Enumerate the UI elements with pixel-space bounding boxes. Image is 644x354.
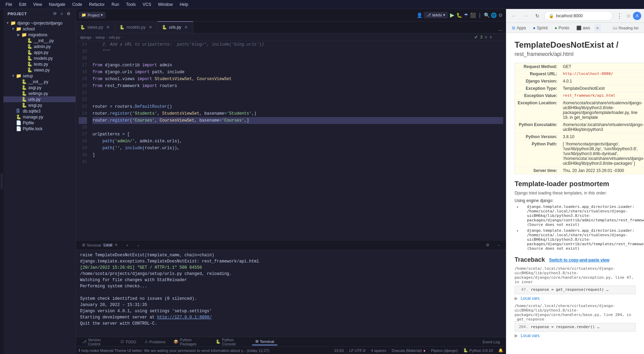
bottom-tab-event-log[interactable]: Event Log bbox=[479, 339, 503, 345]
menu-view[interactable]: View bbox=[30, 1, 45, 8]
check-caret-up[interactable]: ∧ bbox=[485, 35, 487, 39]
bookmark-sprint[interactable]: ● Sprint bbox=[530, 25, 550, 31]
browser-back-button[interactable]: ← bbox=[509, 11, 519, 21]
explorer-icon-collapse[interactable]: ≡ bbox=[59, 11, 65, 17]
status-theme[interactable]: Dracula (Material) ● bbox=[392, 348, 426, 353]
tree-item-admin[interactable]: 🐍 admin.py bbox=[3, 44, 76, 49]
status-notifications[interactable]: 🔔 bbox=[498, 348, 503, 353]
browser-icon[interactable]: 🌐 bbox=[491, 12, 496, 18]
terminal-minimize-icon[interactable]: − bbox=[494, 242, 503, 248]
bottom-tab-problems[interactable]: ⚠ Problems bbox=[141, 338, 169, 345]
table-value: http://localhost:8000/ bbox=[560, 70, 644, 78]
code-editor[interactable]: 14 15 16 17 18 19 20 21 22 23 24 25 26 2… bbox=[76, 41, 506, 240]
menu-navigate[interactable]: Navigate bbox=[46, 1, 68, 8]
code-content[interactable]: 2. Add a URL to urlpatterns: path('blog/… bbox=[90, 41, 506, 240]
project-dropdown[interactable]: 📁 Project ▾ bbox=[79, 12, 106, 18]
traceback-copy-link[interactable]: Switch to copy-and-paste view bbox=[549, 258, 609, 262]
search-icon[interactable]: 🔍 bbox=[484, 12, 489, 18]
browser-forward-button[interactable]: → bbox=[521, 11, 530, 21]
tree-item-asgi[interactable]: 🐍 asgi.py bbox=[3, 85, 76, 90]
bookmark-aws[interactable]: ⬛ aws bbox=[574, 25, 593, 31]
tab-options-icon[interactable]: ⋯ bbox=[498, 28, 503, 33]
menu-run[interactable]: Run bbox=[109, 1, 122, 8]
menu-vcs[interactable]: VCS bbox=[140, 1, 154, 8]
tree-item-school[interactable]: ▼ 📁 school bbox=[3, 26, 76, 32]
bookmark-apps[interactable]: ⊞ Apps bbox=[509, 25, 529, 31]
bookmark-star-icon[interactable]: ☆ bbox=[626, 13, 631, 19]
tree-item-apps[interactable]: 🐍 apps.py bbox=[3, 49, 76, 55]
tree-item-dunder-init[interactable]: 🐍 __init__.py bbox=[3, 38, 76, 44]
tree-item-db[interactable]: 🗄 db.sqlite3 bbox=[3, 108, 76, 114]
menu-edit[interactable]: Edit bbox=[16, 1, 29, 8]
bookmark-ponto[interactable]: ● Ponto bbox=[552, 25, 572, 31]
tab-close-icon[interactable]: ✕ bbox=[105, 25, 111, 30]
status-encoding[interactable]: LF UTF-8 bbox=[349, 348, 365, 353]
terminal-tab-add[interactable]: + bbox=[123, 242, 131, 248]
bookmarks-more-button[interactable]: » bbox=[594, 25, 601, 31]
tree-item-pipfile-lock[interactable]: 📄 Pipfile.lock bbox=[3, 126, 76, 132]
code-line-31 bbox=[92, 159, 503, 165]
reading-list-button[interactable]: 📖 Reading list bbox=[610, 25, 641, 31]
browser-profile-avatar[interactable]: A bbox=[633, 12, 641, 20]
tree-item-manage[interactable]: 🐍 manage.py bbox=[3, 114, 76, 120]
tab-views-py[interactable]: 🐍 views.py ✕ bbox=[76, 21, 115, 33]
tree-item-setup-init[interactable]: 🐍 __init__.py bbox=[3, 79, 76, 85]
tab-close-icon[interactable]: ✕ bbox=[148, 25, 153, 30]
menu-window[interactable]: Window bbox=[155, 1, 176, 8]
status-info[interactable]: ℹ help make Material Theme UI better: We… bbox=[79, 348, 269, 353]
status-python[interactable]: 🐍 Python 3.8.10 bbox=[463, 348, 493, 353]
terminal-link[interactable]: http://127.0.0.1:8000/ bbox=[157, 315, 212, 320]
coverage-button[interactable]: ☂ bbox=[463, 12, 469, 18]
bottom-tab-python-packages[interactable]: 📦 Python Packages bbox=[170, 337, 211, 347]
bottom-tab-version-control[interactable]: ⎇ Version Control bbox=[79, 337, 116, 347]
terminal-tab-terminal[interactable]: ⊞ Terminal Local ✕ bbox=[79, 242, 121, 248]
check-caret-down[interactable]: ∨ bbox=[489, 35, 492, 39]
stop-button[interactable]: ⬛ bbox=[470, 12, 476, 18]
menu-code[interactable]: Code bbox=[69, 1, 85, 8]
tree-item-pipfile[interactable]: 📄 Pipfile bbox=[3, 120, 76, 126]
tree-item-setup[interactable]: ▼ 📁 setup bbox=[3, 73, 76, 79]
status-indent[interactable]: 4 spaces bbox=[371, 348, 386, 353]
tree-item-views-school[interactable]: 🐍 views.py bbox=[3, 67, 76, 73]
tree-item-django-root[interactable]: ▼ 📁 django ~/projects/django bbox=[3, 20, 76, 26]
debug-button[interactable]: 🐛 bbox=[456, 12, 462, 18]
browser-address-bar[interactable]: 🔒 localhost:8000 bbox=[544, 11, 613, 21]
user-icon[interactable]: 👤 bbox=[417, 12, 422, 18]
local-vars-button-1[interactable]: Local vars bbox=[521, 296, 540, 301]
terminal-tab-local[interactable]: Local bbox=[103, 243, 114, 247]
bottom-tab-python-console[interactable]: 🐍 Python Console bbox=[212, 337, 250, 347]
tab-close-icon[interactable]: ✕ bbox=[183, 25, 189, 30]
terminal-settings-icon[interactable]: ⚙ bbox=[482, 242, 493, 248]
bottom-tab-todo[interactable]: ☑ TODO bbox=[117, 338, 140, 345]
terminal-tab-chevron[interactable]: ⌄ bbox=[133, 242, 143, 248]
code-line-30: ] bbox=[92, 152, 503, 159]
tree-item-settings[interactable]: 🐍 settings.py bbox=[3, 90, 76, 96]
terminal-content[interactable]: raise TemplateDoesNotExist(template_name… bbox=[76, 250, 506, 337]
tree-item-models-school[interactable]: 🐍 models.py bbox=[3, 55, 76, 61]
settings-icon[interactable]: ⚙ bbox=[498, 12, 503, 18]
browser-reload-button[interactable]: ↻ bbox=[533, 11, 542, 21]
menu-tools[interactable]: Tools bbox=[123, 1, 138, 8]
tree-item-wsgi[interactable]: 🐍 wsgi.py bbox=[3, 102, 76, 108]
folder-icon: 📁 bbox=[16, 26, 21, 31]
tab-urls-py[interactable]: 🐍 urls.py ✕ bbox=[158, 21, 193, 33]
tree-item-migrations[interactable]: ▶ 📁 migrations bbox=[3, 32, 76, 38]
explorer-icon-settings[interactable]: ⚙ bbox=[66, 11, 71, 17]
branch-selector[interactable]: ⎇ MAIN ▾ bbox=[424, 12, 448, 18]
menu-file[interactable]: File bbox=[3, 1, 15, 8]
status-env[interactable]: Pipenv (django) bbox=[431, 348, 458, 353]
tab-models-py[interactable]: 🐍 models.py ✕ bbox=[115, 21, 158, 33]
menu-help[interactable]: Help bbox=[177, 1, 191, 8]
browser-content[interactable]: TemplateDoesNotExist at / rest_framework… bbox=[506, 33, 644, 354]
local-vars-button-2[interactable]: Local vars bbox=[521, 333, 540, 338]
run-button[interactable]: ▶ bbox=[449, 12, 455, 18]
tree-item-urls[interactable]: 🐍 urls.py bbox=[3, 96, 76, 102]
status-position[interactable]: 23:63 bbox=[334, 348, 344, 353]
explorer-icon-sync[interactable]: ⟳ bbox=[52, 11, 58, 17]
browser-more-button[interactable]: ⋮ bbox=[615, 11, 624, 21]
bottom-tab-terminal-active[interactable]: ⊞ Terminal bbox=[252, 338, 278, 345]
template-path-2: django.template.loaders.app_directories.… bbox=[521, 228, 636, 251]
tree-item-tests[interactable]: 🐍 tests.py bbox=[3, 61, 76, 67]
terminal-close-icon[interactable]: ✕ bbox=[115, 243, 118, 247]
menu-refactor[interactable]: Refactor bbox=[86, 1, 107, 8]
